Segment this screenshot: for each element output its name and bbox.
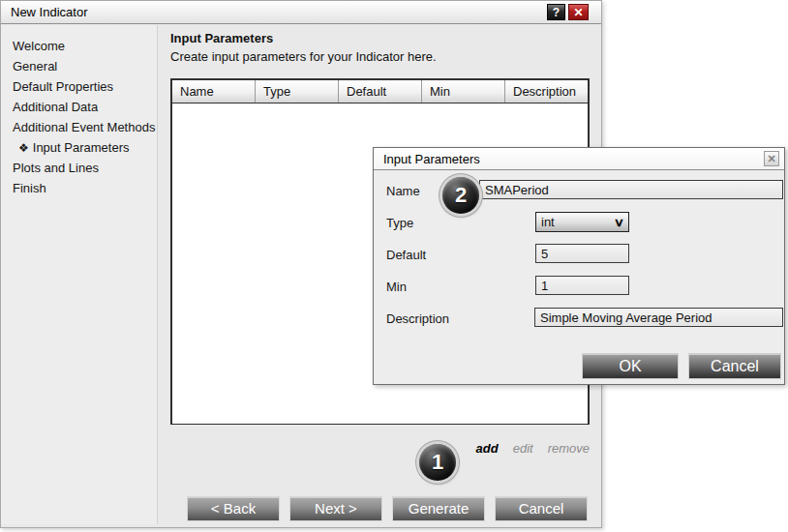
description-label: Description — [386, 311, 449, 327]
column-header-default[interactable]: Default — [339, 80, 422, 103]
dialog-close-icon[interactable]: ✕ — [764, 151, 779, 166]
parameters-table-header: Name Type Default Min Description — [172, 80, 588, 103]
cancel-button[interactable]: Cancel — [495, 496, 588, 521]
sidebar-item-input-parameters[interactable]: ❖Input Parameters — [1, 137, 157, 158]
column-header-type[interactable]: Type — [256, 80, 339, 103]
sidebar-item-label: Additional Data — [13, 100, 98, 114]
next-button[interactable]: Next > — [289, 496, 382, 521]
name-label: Name — [386, 184, 420, 199]
window-title: New Indicator — [11, 5, 87, 19]
dialog-cancel-button[interactable]: Cancel — [688, 353, 781, 379]
type-dropdown-value: int — [541, 215, 555, 229]
sidebar-item-label: Additional Event Methods — [13, 120, 155, 134]
chevron-down-icon: ∨ — [614, 216, 624, 229]
sidebar-item-general[interactable]: General — [1, 56, 157, 76]
dialog-titlebar: Input Parameters ✕ — [374, 148, 784, 170]
sidebar-item-label: Default Properties — [13, 79, 113, 94]
sidebar-item-label: Finish — [13, 181, 46, 195]
default-label: Default — [386, 248, 426, 263]
page-subtitle: Create input parameters for your Indicat… — [170, 49, 437, 64]
sidebar-item-additional-data[interactable]: Additional Data — [1, 97, 157, 117]
sidebar-item-finish[interactable]: Finish — [1, 178, 157, 198]
sidebar-item-label: Welcome — [13, 39, 65, 53]
column-header-description[interactable]: Description — [505, 80, 588, 103]
sidebar-item-additional-event-methods[interactable]: Additional Event Methods — [1, 117, 157, 137]
active-step-marker-icon: ❖ — [18, 141, 29, 155]
window-titlebar: New Indicator ? ✕ — [1, 1, 601, 24]
ok-button[interactable]: OK — [582, 353, 679, 379]
sidebar-item-welcome[interactable]: Welcome — [1, 36, 157, 56]
column-header-name[interactable]: Name — [172, 80, 256, 103]
callout-badge-2: 2 — [442, 177, 479, 214]
sidebar-item-plots-and-lines[interactable]: Plots and Lines — [1, 158, 157, 178]
generate-button[interactable]: Generate — [392, 496, 485, 521]
sidebar-item-label: General — [13, 59, 57, 74]
dialog-title: Input Parameters — [383, 152, 480, 166]
min-label: Min — [386, 280, 407, 295]
remove-link[interactable]: remove — [548, 441, 590, 457]
close-icon[interactable]: ✕ — [568, 4, 589, 20]
screenshot-stage: New Indicator ? ✕ Welcome General Defaul… — [0, 0, 788, 532]
back-button[interactable]: < Back — [187, 496, 280, 521]
input-parameters-dialog: Input Parameters ✕ Name Type int ∨ Defau… — [373, 147, 785, 385]
edit-link[interactable]: edit — [513, 441, 533, 457]
wizard-sidebar: Welcome General Default Properties Addit… — [1, 25, 158, 524]
type-label: Type — [386, 216, 413, 231]
sidebar-item-label: Input Parameters — [33, 140, 130, 155]
sidebar-item-label: Plots and Lines — [13, 161, 99, 175]
type-dropdown[interactable]: int ∨ — [535, 212, 629, 232]
default-field[interactable] — [535, 244, 629, 263]
description-field[interactable] — [534, 308, 783, 327]
name-field[interactable] — [479, 180, 783, 199]
add-link[interactable]: add — [476, 441, 499, 457]
min-field[interactable] — [535, 276, 629, 295]
callout-badge-1: 1 — [419, 444, 456, 481]
column-header-min[interactable]: Min — [422, 80, 505, 103]
sidebar-item-default-properties[interactable]: Default Properties — [1, 76, 157, 97]
page-title: Input Parameters — [170, 31, 273, 45]
help-icon[interactable]: ? — [547, 4, 565, 20]
